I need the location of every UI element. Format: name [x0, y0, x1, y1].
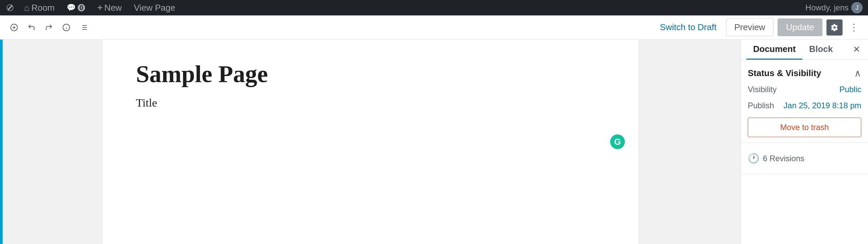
section-title: Status & Visibility	[748, 68, 821, 79]
editor-toolbar: Switch to Draft Preview Update ⋮	[0, 16, 868, 39]
admin-bar: ⌂ Room 💬 0 + New View Page Howdy, jens J	[0, 0, 868, 16]
info-icon	[62, 24, 70, 31]
redo-button[interactable]	[41, 20, 56, 35]
revisions-section: 🕐 6 Revisions	[741, 143, 868, 174]
more-options-button[interactable]: ⋮	[846, 20, 861, 35]
new-label: New	[104, 3, 122, 13]
main-layout: Sample Page Title G 2019.01.28 — 16:15 D…	[0, 39, 868, 244]
howdy-text: Howdy, jens	[805, 3, 848, 12]
sidebar-tabs: Document Block	[746, 39, 850, 59]
tab-block[interactable]: Block	[802, 39, 840, 60]
history-icon: 🕐	[748, 153, 760, 164]
visibility-label: Visibility	[748, 85, 777, 94]
sidebar-close-button[interactable]: ✕	[850, 43, 863, 56]
info-button[interactable]	[59, 20, 74, 35]
switch-to-draft-button[interactable]: Switch to Draft	[655, 20, 722, 35]
section-header[interactable]: Status & Visibility ∧	[748, 65, 861, 82]
update-button[interactable]: Update	[778, 19, 823, 36]
publish-row: Publish Jan 25, 2019 8:18 pm	[748, 97, 861, 114]
ellipsis-icon: ⋮	[849, 22, 859, 33]
user-avatar[interactable]: J	[851, 2, 863, 13]
admin-bar-comments[interactable]: 💬 0	[64, 0, 88, 16]
publish-label: Publish	[748, 101, 774, 110]
add-block-button[interactable]	[7, 20, 22, 35]
toolbar-right-group: Switch to Draft Preview Update ⋮	[655, 19, 861, 36]
plus-icon: +	[97, 2, 103, 13]
wp-logo[interactable]	[5, 3, 15, 12]
block-navigation-button[interactable]	[76, 20, 91, 35]
sidebar-header: Document Block ✕	[741, 39, 868, 60]
preview-button[interactable]: Preview	[726, 19, 774, 36]
toolbar-left-group	[7, 20, 91, 35]
sidebar-panel: Document Block ✕ Status & Visibility ∧ V…	[741, 39, 868, 244]
comment-bubble-icon: 💬	[67, 3, 76, 12]
status-visibility-section: Status & Visibility ∧ Visibility Public …	[741, 60, 868, 143]
editor-blue-bar	[0, 39, 3, 244]
editor-content: Sample Page Title G	[102, 39, 638, 244]
list-icon	[80, 24, 88, 31]
admin-bar-right: Howdy, jens J	[805, 2, 863, 13]
page-title[interactable]: Sample Page	[136, 60, 612, 89]
site-icon: ⌂	[24, 3, 29, 13]
admin-bar-site-name: Room	[31, 3, 55, 13]
redo-icon	[45, 24, 53, 31]
close-icon: ✕	[853, 44, 860, 55]
plus-circle-icon	[10, 24, 18, 31]
page-subtitle[interactable]: Title	[136, 96, 612, 109]
undo-button[interactable]	[24, 20, 39, 35]
revisions-label: 6 Revisions	[763, 154, 804, 163]
avatar-initial: J	[856, 4, 859, 11]
tab-document[interactable]: Document	[746, 39, 802, 60]
chevron-up-icon: ∧	[854, 68, 861, 79]
comment-count-badge: 0	[78, 4, 85, 11]
admin-bar-new[interactable]: + New	[94, 0, 125, 16]
admin-bar-view-page[interactable]: View Page	[131, 0, 178, 16]
move-to-trash-button[interactable]: Move to trash	[748, 118, 861, 137]
gear-icon	[831, 24, 838, 31]
editor-area[interactable]: Sample Page Title G 2019.01.28 — 16:15	[0, 39, 741, 244]
revisions-row[interactable]: 🕐 6 Revisions	[748, 148, 861, 169]
grammarly-icon: G	[610, 134, 625, 149]
view-page-label: View Page	[134, 3, 176, 13]
visibility-row: Visibility Public	[748, 82, 861, 97]
undo-icon	[27, 24, 35, 31]
admin-bar-site[interactable]: ⌂ Room	[22, 0, 57, 16]
visibility-value[interactable]: Public	[840, 85, 861, 94]
publish-value[interactable]: Jan 25, 2019 8:18 pm	[784, 101, 861, 110]
settings-button[interactable]	[827, 20, 842, 35]
